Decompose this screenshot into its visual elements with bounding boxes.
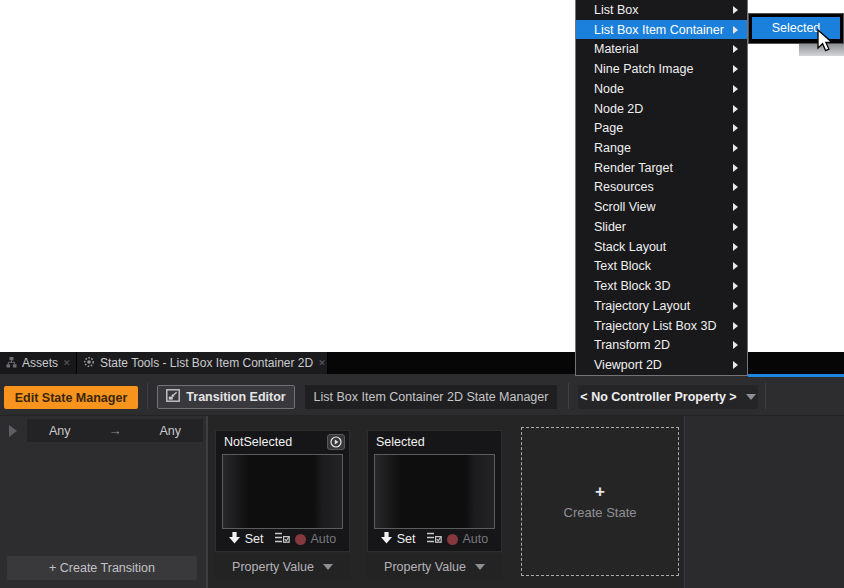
- assets-tree-icon: [6, 354, 17, 372]
- controller-property-dropdown[interactable]: < No Controller Property >: [578, 385, 758, 409]
- create-state-label: Create State: [564, 505, 637, 520]
- menu-item-render-target[interactable]: Render Target: [576, 158, 747, 178]
- submenu-arrow-icon: [733, 302, 738, 310]
- transition-editor-button[interactable]: Transition Editor: [157, 385, 295, 409]
- state-tools-toolbar: Edit State Manager Transition Editor Lis…: [0, 374, 844, 415]
- create-state-button[interactable]: + Create State: [521, 427, 679, 576]
- auto-record-icon[interactable]: [295, 534, 306, 545]
- menu-item-resources[interactable]: Resources: [576, 178, 747, 198]
- submenu-arrow-icon: [733, 144, 738, 152]
- transition-arrow-icon: →: [109, 423, 122, 438]
- state-preview-thumbnail[interactable]: [374, 454, 495, 529]
- auto-record-icon[interactable]: [447, 534, 458, 545]
- apply-properties-icon[interactable]: [427, 530, 442, 548]
- controller-property-value: < No Controller Property >: [580, 390, 736, 404]
- toolbar-divider: [568, 383, 569, 409]
- state-preview-thumbnail[interactable]: [222, 454, 343, 529]
- submenu-arrow-icon: [733, 183, 738, 191]
- menu-item-list-box[interactable]: List Box: [576, 0, 747, 20]
- menu-item-page[interactable]: Page: [576, 118, 747, 138]
- menu-item-transform-2d[interactable]: Transform 2D: [576, 335, 747, 355]
- menu-item-range[interactable]: Range: [576, 138, 747, 158]
- menu-item-material[interactable]: Material: [576, 39, 747, 59]
- state-tools-gear-icon: [83, 354, 95, 372]
- menu-item-slider[interactable]: Slider: [576, 217, 747, 237]
- state-manager-panel: Any → Any + Create Transition NotSelecte…: [0, 415, 844, 588]
- submenu-arrow-icon: [733, 361, 738, 369]
- state-name: NotSelected: [224, 435, 292, 449]
- submenu-arrow-icon: [733, 65, 738, 73]
- menu-item-node-2d[interactable]: Node 2D: [576, 99, 747, 119]
- plus-icon: +: [595, 483, 605, 500]
- state-manager-name[interactable]: List Box Item Container 2D State Manager: [305, 385, 557, 409]
- submenu-arrow-icon: [733, 164, 738, 172]
- edit-state-manager-button[interactable]: Edit State Manager: [4, 386, 138, 409]
- chevron-down-icon: [746, 394, 756, 400]
- chevron-down-icon: [475, 564, 485, 570]
- menu-item-stack-layout[interactable]: Stack Layout: [576, 237, 747, 257]
- toolbar-divider: [765, 383, 766, 409]
- submenu-arrow-icon: [733, 243, 738, 251]
- tab-assets-close-icon[interactable]: ✕: [63, 359, 71, 368]
- transition-to: Any: [159, 424, 181, 438]
- submenu-arrow-icon: [733, 45, 738, 53]
- menu-item-scroll-view[interactable]: Scroll View: [576, 197, 747, 217]
- submenu-arrow-icon: [733, 341, 738, 349]
- state-card-selected[interactable]: Selected Set Auto: [367, 430, 502, 552]
- submenu-arrow-icon: [733, 262, 738, 270]
- menu-item-list-box-item-container[interactable]: List Box Item Container: [576, 20, 747, 40]
- transition-editor-label: Transition Editor: [186, 390, 285, 404]
- tab-assets[interactable]: Assets ✕: [0, 352, 77, 374]
- set-button[interactable]: Set: [397, 532, 416, 546]
- submenu-arrow-icon: [733, 105, 738, 113]
- auto-label: Auto: [311, 532, 337, 546]
- property-value-label: Property Value: [384, 560, 466, 574]
- property-value-label: Property Value: [232, 560, 314, 574]
- mouse-cursor-icon: [817, 29, 835, 57]
- menu-item-node[interactable]: Node: [576, 79, 747, 99]
- set-button[interactable]: Set: [245, 532, 264, 546]
- set-arrow-icon: [229, 530, 240, 548]
- submenu-arrow-icon: [733, 124, 738, 132]
- transition-row[interactable]: Any → Any: [27, 419, 203, 442]
- submenu-arrow-icon: [733, 282, 738, 290]
- menu-item-text-block-3d[interactable]: Text Block 3D: [576, 276, 747, 296]
- submenu-arrow-icon: [733, 223, 738, 231]
- toolbar-divider: [147, 383, 148, 409]
- menu-item-text-block[interactable]: Text Block: [576, 257, 747, 277]
- menu-item-trajectory-layout[interactable]: Trajectory Layout: [576, 296, 747, 316]
- menu-item-nine-patch-image[interactable]: Nine Patch Image: [576, 59, 747, 79]
- property-value-dropdown-selected[interactable]: Property Value: [367, 554, 502, 579]
- state-name: Selected: [376, 435, 425, 449]
- tab-state-tools[interactable]: State Tools - List Box Item Container 2D…: [77, 352, 328, 374]
- transition-from: Any: [49, 424, 71, 438]
- tab-state-tools-label: State Tools - List Box Item Container 2D: [100, 356, 313, 370]
- set-arrow-icon: [381, 530, 392, 548]
- property-value-dropdown-notselected[interactable]: Property Value: [215, 554, 350, 579]
- transition-editor-icon: [166, 389, 180, 405]
- submenu-arrow-icon: [733, 322, 738, 330]
- apply-properties-icon[interactable]: [275, 530, 290, 548]
- state-card-notselected[interactable]: NotSelected Set Auto: [215, 430, 350, 552]
- submenu-arrow-icon: [733, 203, 738, 211]
- tab-assets-label: Assets: [22, 356, 58, 370]
- submenu-arrow-icon: [733, 85, 738, 93]
- submenu-arrow-icon: [733, 6, 738, 14]
- submenu-arrow-icon: [733, 26, 738, 34]
- menu-item-trajectory-list-box-3d[interactable]: Trajectory List Box 3D: [576, 316, 747, 336]
- auto-label: Auto: [463, 532, 489, 546]
- context-menu: List Box List Box Item Container Materia…: [575, 0, 748, 376]
- menu-item-viewport-2d[interactable]: Viewport 2D: [576, 355, 747, 375]
- transition-expander-icon[interactable]: [9, 425, 17, 437]
- tab-state-tools-close-icon[interactable]: ✕: [318, 359, 326, 368]
- preview-state-play-button[interactable]: [327, 434, 345, 450]
- create-transition-button[interactable]: + Create Transition: [7, 556, 197, 580]
- empty-panel-region: [685, 416, 844, 588]
- active-panel-accent-line: [748, 374, 844, 377]
- chevron-down-icon: [323, 564, 333, 570]
- states-panel: NotSelected Set Auto Property Value: [208, 416, 684, 588]
